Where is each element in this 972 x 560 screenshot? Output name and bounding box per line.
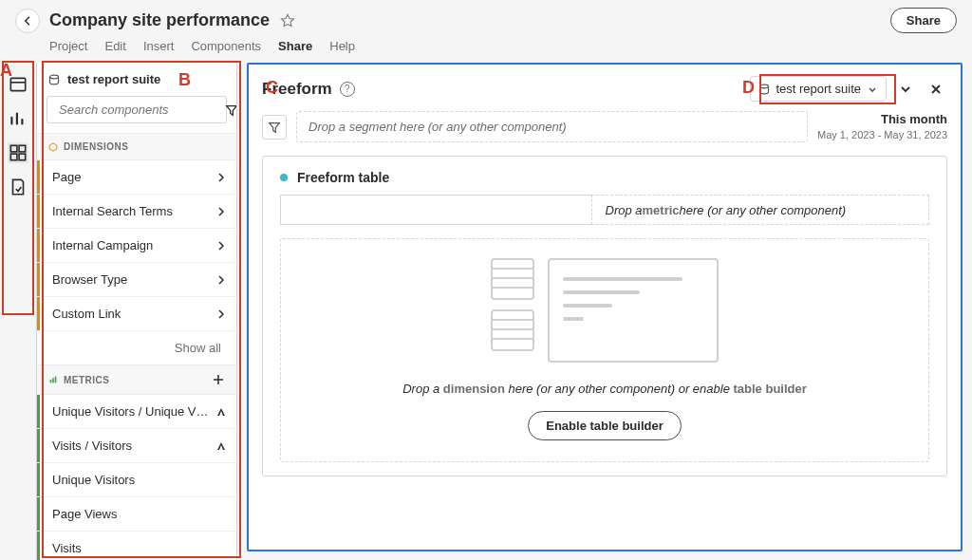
back-button[interactable] [15, 9, 40, 33]
menu-components[interactable]: Components [191, 39, 261, 53]
svg-rect-0 [10, 78, 25, 90]
dimension-item[interactable]: Browser Type [37, 263, 236, 297]
metric-item[interactable]: Unique Visitors [37, 463, 236, 497]
svg-rect-4 [10, 154, 17, 160]
metric-item[interactable]: Visits [37, 532, 236, 560]
section-metrics-header[interactable]: METRICS [37, 364, 236, 395]
dropzone-illustration [290, 258, 919, 363]
dimension-item[interactable]: Internal Search Terms [37, 195, 236, 229]
close-panel-button[interactable] [925, 78, 947, 101]
freeform-table-visualization: Freeform table Drop a metric here (or an… [262, 156, 947, 476]
chevron-left-icon [22, 15, 33, 27]
collapse-panel-button[interactable] [894, 78, 917, 101]
components-panel: test report suite DIMENSIONS Page Intern… [36, 63, 237, 560]
segment-filter-button[interactable] [262, 115, 287, 140]
svg-point-12 [760, 84, 769, 88]
dimension-dropzone[interactable]: Drop a dimension here (or any other comp… [280, 238, 929, 462]
chevron-right-icon [215, 172, 227, 183]
left-rail: A [0, 63, 36, 560]
database-icon [48, 74, 60, 85]
rail-components-icon[interactable] [8, 142, 28, 163]
section-metrics-label: METRICS [64, 375, 110, 385]
dimension-drop-hint: Drop a dimension here (or any other comp… [290, 382, 919, 396]
chevron-down-icon [867, 84, 878, 95]
viz-title[interactable]: Freeform table [297, 170, 389, 185]
component-search [47, 96, 227, 123]
filter-icon[interactable] [225, 103, 237, 117]
viz-color-dot [280, 174, 288, 181]
report-suite-picker-label: test report suite [776, 82, 861, 96]
metric-item[interactable]: Unique Visitors / Unique V… [37, 395, 236, 429]
section-dimensions-label: DIMENSIONS [64, 141, 128, 152]
funnel-icon [268, 121, 281, 134]
metric-item[interactable]: Visits / Visitors [37, 429, 236, 463]
rail-visualizations-icon[interactable] [8, 108, 28, 129]
chevron-right-icon [215, 308, 227, 320]
dimensions-icon [48, 142, 58, 152]
svg-rect-9 [50, 380, 52, 383]
report-suite-picker[interactable]: test report suite [750, 76, 887, 102]
dimension-item[interactable]: Page [37, 160, 236, 195]
share-button[interactable]: Share [890, 8, 957, 33]
svg-rect-3 [19, 145, 26, 152]
menu-project[interactable]: Project [49, 39, 87, 53]
report-suite-row: test report suite [37, 63, 236, 96]
database-icon [758, 84, 770, 95]
svg-point-6 [50, 75, 59, 79]
panel-title: Freeform [262, 80, 332, 99]
dimension-item[interactable]: Custom Link [37, 297, 236, 331]
segment-dropzone[interactable]: Drop a segment here (or any other compon… [296, 111, 808, 142]
date-range-value: May 1, 2023 - May 31, 2023 [817, 128, 947, 142]
metrics-icon [48, 375, 58, 384]
adobe-icon [215, 440, 227, 452]
report-suite-name: test report suite [67, 72, 160, 86]
menu-share[interactable]: Share [278, 39, 312, 53]
metric-item[interactable]: Page Views [37, 497, 236, 532]
metric-dropzone[interactable]: Drop a metric here (or any other compone… [591, 195, 930, 225]
section-dimensions-header[interactable]: DIMENSIONS [37, 133, 236, 160]
enable-table-builder-button[interactable]: Enable table builder [528, 411, 682, 440]
dimensions-show-all[interactable]: Show all [37, 331, 236, 364]
freeform-header-cell[interactable] [280, 195, 591, 225]
menu-edit[interactable]: Edit [104, 39, 125, 53]
svg-rect-10 [52, 378, 54, 383]
rail-data-dictionary-icon[interactable] [8, 177, 28, 197]
chevron-right-icon [215, 274, 227, 286]
dimension-item[interactable]: Internal Campaign [37, 229, 236, 263]
svg-rect-11 [55, 377, 57, 383]
date-range-label: This month [817, 111, 947, 128]
freeform-panel[interactable]: Freeform ? test report suite Drop a segm… [247, 63, 963, 551]
menu-insert[interactable]: Insert [143, 39, 175, 53]
svg-rect-5 [19, 154, 26, 160]
search-input[interactable] [59, 97, 219, 122]
adobe-icon [215, 406, 227, 418]
workspace-canvas: Freeform ? test report suite Drop a segm… [237, 63, 972, 560]
date-range[interactable]: This month May 1, 2023 - May 31, 2023 [817, 111, 947, 141]
rail-panels-icon[interactable] [8, 74, 28, 95]
favorite-star-icon[interactable] [279, 12, 296, 29]
svg-rect-2 [10, 145, 17, 152]
menu-bar: Project Edit Insert Components Share Hel… [0, 33, 972, 63]
help-icon[interactable]: ? [340, 82, 355, 97]
add-metric-icon[interactable] [212, 373, 225, 386]
page-title: Company site performance [49, 10, 270, 30]
menu-help[interactable]: Help [329, 39, 355, 53]
chevron-right-icon [215, 206, 227, 217]
chevron-right-icon [215, 240, 227, 252]
